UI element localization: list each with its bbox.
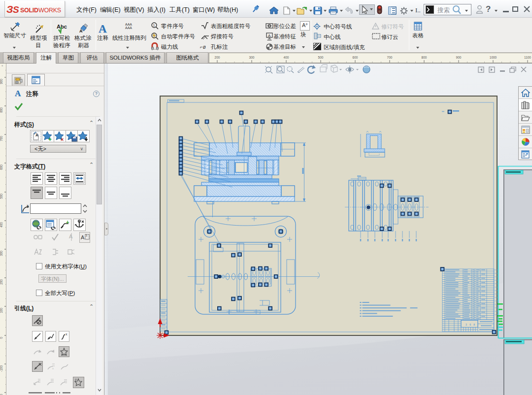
svg-text:100: 100 [0,308,3,313]
svg-text:+: + [66,219,69,225]
svg-text:SOLID: SOLID [20,7,38,14]
svg-text:A: A [79,29,83,33]
svg-text:0: 0 [0,337,3,339]
svg-text:3 6 8: 3 6 8 [466,323,476,326]
svg-text:Abc: Abc [57,24,67,30]
svg-text:200: 200 [215,56,220,59]
svg-text:A: A [268,33,271,38]
svg-text:300: 300 [249,56,255,59]
svg-text:400: 400 [284,56,289,59]
svg-text:a: a [27,204,29,207]
svg-text:WORKS: WORKS [38,7,61,14]
svg-text:AAA: AAA [125,23,132,26]
svg-text:A: A [81,234,85,240]
svg-text:-100: -100 [0,365,3,372]
svg-text:×: × [61,136,64,142]
svg-text:1: 1 [153,24,155,27]
svg-text:600: 600 [0,165,3,170]
svg-text:AAA: AAA [125,26,132,29]
svg-text:⌐ø: ⌐ø [200,44,206,50]
svg-text:800: 800 [422,56,427,59]
svg-text:З: З [6,3,13,15]
svg-text:1000: 1000 [490,56,497,59]
svg-text:900: 900 [0,79,3,84]
svg-text:S: S [13,4,19,15]
svg-text:°: ° [1,65,3,69]
svg-text:200: 200 [0,279,3,285]
svg-text:500: 500 [0,194,3,199]
svg-text:900: 900 [456,56,462,59]
svg-text:A: A [35,133,38,137]
svg-text:+: + [48,136,52,142]
svg-text:1100: 1100 [524,56,531,59]
svg-text:800: 800 [0,107,3,113]
svg-text:x: x [66,332,67,336]
svg-text:300: 300 [0,251,3,256]
svg-text:x: x [52,367,54,370]
svg-text:400: 400 [0,222,3,228]
svg-text:A: A [69,233,73,239]
svg-text:500: 500 [318,56,324,59]
svg-text:600: 600 [353,56,358,59]
svg-text:1: 1 [86,234,88,237]
svg-text:700: 700 [0,136,3,141]
svg-text:700: 700 [387,56,393,59]
